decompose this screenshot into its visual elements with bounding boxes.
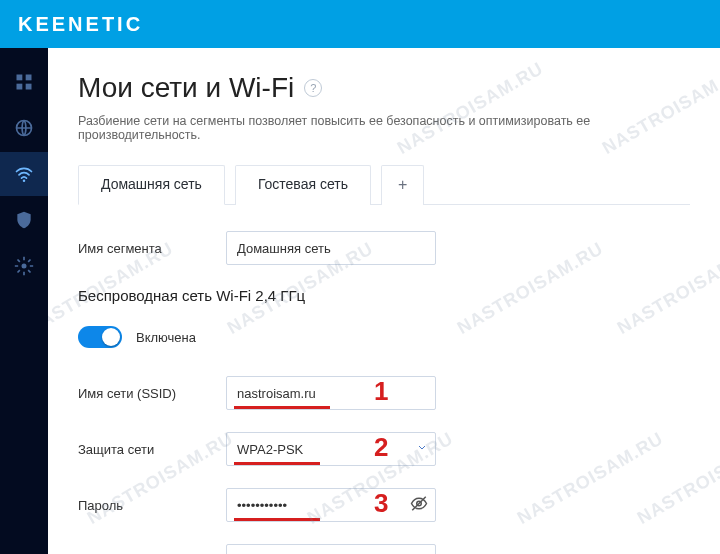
annotation-number-3: 3 (374, 488, 388, 519)
annotation-underline (234, 406, 330, 409)
tabs: Домашняя сеть Гостевая сеть + (78, 164, 690, 205)
sidebar-item-wifi[interactable] (0, 152, 48, 196)
sidebar-item-dashboard[interactable] (0, 60, 48, 104)
segment-name-input[interactable] (226, 231, 436, 265)
tab-home-network[interactable]: Домашняя сеть (78, 165, 225, 205)
dashboard-icon (14, 72, 34, 92)
tab-guest-network[interactable]: Гостевая сеть (235, 165, 371, 205)
wifi-enable-label: Включена (136, 330, 196, 345)
annotation-number-1: 1 (374, 376, 388, 407)
annotation-number-2: 2 (374, 432, 388, 463)
plus-icon: + (398, 176, 407, 193)
ssid-input[interactable] (226, 376, 436, 410)
password-label: Пароль (78, 498, 226, 513)
svg-rect-1 (26, 75, 32, 81)
gear-icon (14, 256, 34, 276)
page-title-text: Мои сети и Wi-Fi (78, 72, 294, 104)
form: Имя сегмента Беспроводная сеть Wi-Fi 2,4… (78, 231, 690, 554)
row-wifi-enabled: Включена (78, 326, 690, 348)
tab-label: Домашняя сеть (101, 176, 202, 192)
content: Мои сети и Wi-Fi ? Разбиение сети на сег… (48, 48, 720, 554)
topbar: KEENETIC (0, 0, 720, 48)
tab-label: Гостевая сеть (258, 176, 348, 192)
segment-name-label: Имя сегмента (78, 241, 226, 256)
help-icon[interactable]: ? (304, 79, 322, 97)
page-subtitle: Разбиение сети на сегменты позволяет пов… (78, 114, 690, 142)
wifi-icon (14, 164, 34, 184)
svg-rect-2 (17, 84, 23, 90)
row-schedule: Расписание работы (78, 544, 690, 554)
sidebar-item-settings[interactable] (0, 244, 48, 288)
annotation-underline (234, 518, 320, 521)
row-segment-name: Имя сегмента (78, 231, 690, 265)
globe-icon (14, 118, 34, 138)
shield-icon (14, 210, 34, 230)
password-input[interactable] (226, 488, 436, 522)
svg-rect-0 (17, 75, 23, 81)
sidebar-item-security[interactable] (0, 198, 48, 242)
security-label: Защита сети (78, 442, 226, 457)
tab-add[interactable]: + (381, 165, 424, 205)
security-select[interactable] (226, 432, 436, 466)
chevron-down-icon[interactable] (416, 442, 428, 457)
sidebar-item-internet[interactable] (0, 106, 48, 150)
page-title: Мои сети и Wi-Fi ? (78, 72, 690, 104)
row-ssid: Имя сети (SSID) 1 (78, 376, 690, 410)
svg-point-5 (23, 179, 26, 182)
svg-point-6 (22, 264, 27, 269)
wifi-enable-toggle[interactable] (78, 326, 122, 348)
row-security: Защита сети 2 (78, 432, 690, 466)
row-password: Пароль 3 (78, 488, 690, 522)
wifi24-heading: Беспроводная сеть Wi-Fi 2,4 ГГц (78, 287, 690, 304)
eye-off-icon[interactable] (410, 495, 428, 516)
schedule-select[interactable] (226, 544, 436, 554)
annotation-underline (234, 462, 320, 465)
sidebar (0, 48, 48, 554)
ssid-label: Имя сети (SSID) (78, 386, 226, 401)
svg-rect-3 (26, 84, 32, 90)
brand-logo: KEENETIC (18, 13, 143, 36)
